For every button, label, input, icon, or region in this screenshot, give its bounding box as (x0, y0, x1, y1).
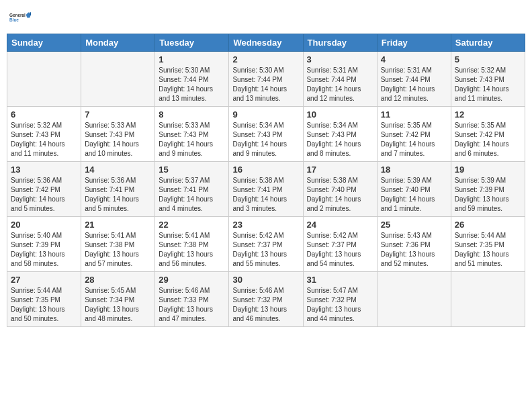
calendar-cell: 25Sunrise: 5:43 AM Sunset: 7:36 PM Dayli… (377, 217, 451, 272)
calendar-week-row: 27Sunrise: 5:44 AM Sunset: 7:35 PM Dayli… (7, 272, 525, 327)
calendar-cell (81, 52, 155, 107)
day-number: 10 (307, 109, 373, 120)
day-number: 16 (232, 165, 299, 175)
calendar-cell: 23Sunrise: 5:42 AM Sunset: 7:37 PM Dayli… (229, 217, 303, 272)
day-number: 7 (85, 109, 151, 120)
day-number: 21 (85, 220, 151, 230)
day-number: 26 (455, 220, 521, 230)
day-info: Sunrise: 5:36 AM Sunset: 7:41 PM Dayligh… (85, 176, 151, 214)
weekday-header-thursday: Thursday (303, 34, 377, 52)
day-number: 3 (307, 54, 373, 64)
calendar-cell (377, 272, 451, 327)
calendar-cell: 16Sunrise: 5:38 AM Sunset: 7:41 PM Dayli… (229, 162, 303, 217)
day-info: Sunrise: 5:30 AM Sunset: 7:44 PM Dayligh… (159, 66, 225, 103)
day-number: 2 (232, 54, 299, 64)
day-info: Sunrise: 5:46 AM Sunset: 7:32 PM Dayligh… (232, 286, 299, 324)
day-info: Sunrise: 5:37 AM Sunset: 7:41 PM Dayligh… (159, 176, 225, 214)
calendar-cell: 11Sunrise: 5:35 AM Sunset: 7:42 PM Dayli… (377, 107, 451, 162)
day-number: 27 (11, 275, 77, 285)
weekday-header-wednesday: Wednesday (229, 34, 303, 52)
day-number: 8 (159, 109, 225, 120)
day-info: Sunrise: 5:38 AM Sunset: 7:41 PM Dayligh… (232, 176, 299, 214)
calendar-week-row: 1Sunrise: 5:30 AM Sunset: 7:44 PM Daylig… (7, 52, 525, 107)
day-number: 25 (381, 220, 447, 230)
day-info: Sunrise: 5:31 AM Sunset: 7:44 PM Dayligh… (381, 66, 447, 103)
day-info: Sunrise: 5:33 AM Sunset: 7:43 PM Dayligh… (159, 121, 225, 158)
svg-text:Blue: Blue (9, 17, 19, 22)
day-info: Sunrise: 5:36 AM Sunset: 7:42 PM Dayligh… (11, 176, 77, 214)
weekday-header-row: SundayMondayTuesdayWednesdayThursdayFrid… (7, 34, 525, 52)
day-number: 29 (159, 275, 225, 285)
day-number: 18 (381, 165, 447, 175)
calendar-cell: 6Sunrise: 5:32 AM Sunset: 7:43 PM Daylig… (7, 107, 81, 162)
day-number: 9 (232, 109, 299, 120)
day-info: Sunrise: 5:32 AM Sunset: 7:43 PM Dayligh… (455, 66, 521, 103)
day-info: Sunrise: 5:45 AM Sunset: 7:34 PM Dayligh… (85, 286, 151, 324)
day-info: Sunrise: 5:41 AM Sunset: 7:38 PM Dayligh… (159, 231, 225, 269)
calendar-cell (451, 272, 525, 327)
weekday-header-sunday: Sunday (7, 34, 81, 52)
day-number: 17 (307, 165, 373, 175)
day-number: 19 (455, 165, 521, 175)
calendar-cell: 15Sunrise: 5:37 AM Sunset: 7:41 PM Dayli… (155, 162, 229, 217)
day-number: 28 (85, 275, 151, 285)
svg-text:General: General (9, 13, 26, 17)
calendar-cell: 9Sunrise: 5:34 AM Sunset: 7:43 PM Daylig… (229, 107, 303, 162)
calendar-week-row: 6Sunrise: 5:32 AM Sunset: 7:43 PM Daylig… (7, 107, 525, 162)
calendar-cell: 10Sunrise: 5:34 AM Sunset: 7:43 PM Dayli… (303, 107, 377, 162)
day-number: 11 (381, 109, 447, 120)
calendar-cell: 4Sunrise: 5:31 AM Sunset: 7:44 PM Daylig… (377, 52, 451, 107)
calendar-cell: 26Sunrise: 5:44 AM Sunset: 7:35 PM Dayli… (451, 217, 525, 272)
day-number: 23 (232, 220, 299, 230)
calendar-cell: 13Sunrise: 5:36 AM Sunset: 7:42 PM Dayli… (7, 162, 81, 217)
calendar-table: SundayMondayTuesdayWednesdayThursdayFrid… (7, 34, 525, 327)
day-number: 4 (381, 54, 447, 64)
weekday-header-monday: Monday (81, 34, 155, 52)
day-info: Sunrise: 5:33 AM Sunset: 7:43 PM Dayligh… (85, 121, 151, 158)
calendar-cell: 12Sunrise: 5:35 AM Sunset: 7:42 PM Dayli… (451, 107, 525, 162)
day-info: Sunrise: 5:42 AM Sunset: 7:37 PM Dayligh… (232, 231, 299, 269)
logo: General Blue (9, 7, 31, 28)
day-info: Sunrise: 5:35 AM Sunset: 7:42 PM Dayligh… (455, 121, 521, 158)
calendar-cell: 3Sunrise: 5:31 AM Sunset: 7:44 PM Daylig… (303, 52, 377, 107)
calendar-cell: 30Sunrise: 5:46 AM Sunset: 7:32 PM Dayli… (229, 272, 303, 327)
day-number: 24 (307, 220, 373, 230)
calendar-cell: 1Sunrise: 5:30 AM Sunset: 7:44 PM Daylig… (155, 52, 229, 107)
day-number: 30 (232, 275, 299, 285)
day-number: 20 (11, 220, 77, 230)
day-info: Sunrise: 5:34 AM Sunset: 7:43 PM Dayligh… (307, 121, 373, 158)
day-info: Sunrise: 5:42 AM Sunset: 7:37 PM Dayligh… (307, 231, 373, 269)
day-number: 12 (455, 109, 521, 120)
calendar-cell: 22Sunrise: 5:41 AM Sunset: 7:38 PM Dayli… (155, 217, 229, 272)
day-number: 5 (455, 54, 521, 64)
day-info: Sunrise: 5:44 AM Sunset: 7:35 PM Dayligh… (455, 231, 521, 269)
day-number: 15 (159, 165, 225, 175)
calendar-cell: 27Sunrise: 5:44 AM Sunset: 7:35 PM Dayli… (7, 272, 81, 327)
day-info: Sunrise: 5:31 AM Sunset: 7:44 PM Dayligh… (307, 66, 373, 103)
day-number: 14 (85, 165, 151, 175)
weekday-header-friday: Friday (377, 34, 451, 52)
calendar-cell: 2Sunrise: 5:30 AM Sunset: 7:44 PM Daylig… (229, 52, 303, 107)
day-info: Sunrise: 5:44 AM Sunset: 7:35 PM Dayligh… (11, 286, 77, 324)
weekday-header-saturday: Saturday (451, 34, 525, 52)
day-info: Sunrise: 5:38 AM Sunset: 7:40 PM Dayligh… (307, 176, 373, 214)
logo-icon: General Blue (9, 7, 31, 28)
calendar-cell: 18Sunrise: 5:39 AM Sunset: 7:40 PM Dayli… (377, 162, 451, 217)
calendar-cell: 31Sunrise: 5:47 AM Sunset: 7:32 PM Dayli… (303, 272, 377, 327)
calendar-cell: 24Sunrise: 5:42 AM Sunset: 7:37 PM Dayli… (303, 217, 377, 272)
weekday-header-tuesday: Tuesday (155, 34, 229, 52)
calendar-cell (7, 52, 81, 107)
day-info: Sunrise: 5:43 AM Sunset: 7:36 PM Dayligh… (381, 231, 447, 269)
calendar-cell: 8Sunrise: 5:33 AM Sunset: 7:43 PM Daylig… (155, 107, 229, 162)
calendar-cell: 20Sunrise: 5:40 AM Sunset: 7:39 PM Dayli… (7, 217, 81, 272)
day-number: 13 (11, 165, 77, 175)
day-info: Sunrise: 5:39 AM Sunset: 7:39 PM Dayligh… (455, 176, 521, 214)
calendar-week-row: 13Sunrise: 5:36 AM Sunset: 7:42 PM Dayli… (7, 162, 525, 217)
day-info: Sunrise: 5:46 AM Sunset: 7:33 PM Dayligh… (159, 286, 225, 324)
calendar-week-row: 20Sunrise: 5:40 AM Sunset: 7:39 PM Dayli… (7, 217, 525, 272)
day-info: Sunrise: 5:34 AM Sunset: 7:43 PM Dayligh… (232, 121, 299, 158)
day-info: Sunrise: 5:30 AM Sunset: 7:44 PM Dayligh… (232, 66, 299, 103)
day-info: Sunrise: 5:32 AM Sunset: 7:43 PM Dayligh… (11, 121, 77, 158)
day-info: Sunrise: 5:41 AM Sunset: 7:38 PM Dayligh… (85, 231, 151, 269)
day-info: Sunrise: 5:39 AM Sunset: 7:40 PM Dayligh… (381, 176, 447, 214)
